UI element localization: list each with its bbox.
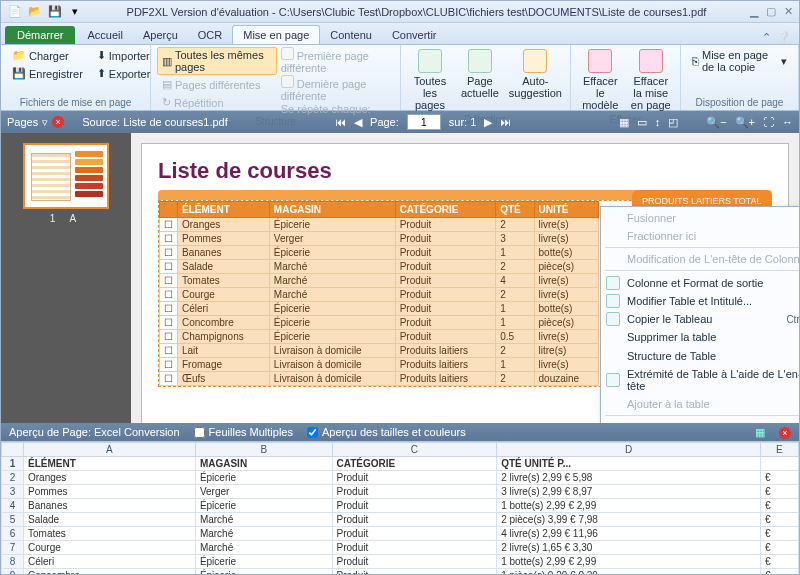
menu-item-icon	[606, 294, 620, 308]
menu-item[interactable]: Extrémité de Table à L'aide de L'en-tête	[601, 365, 799, 395]
nav-first-icon[interactable]: ⏮	[335, 116, 346, 128]
excel-row[interactable]: 8CéleriÉpicerieProduit1 botte(s) 2,99 € …	[2, 555, 799, 569]
table-row[interactable]: ☐PommesVergerProduit3livre(s)	[160, 232, 599, 246]
repete-label: Se répète chaque:	[281, 103, 394, 115]
table-row[interactable]: ☐BananesÉpicerieProduit1botte(s)	[160, 246, 599, 260]
excel-col-header[interactable]: B	[195, 443, 332, 457]
feuilles-multiples-checkbox[interactable]: Feuilles Multiples	[194, 426, 293, 438]
exporter-button[interactable]: ⬆Exporter	[92, 65, 156, 82]
folder-icon: 📁	[12, 49, 26, 62]
menu-item[interactable]: Structure de Table▸	[601, 346, 799, 365]
tool-table-icon[interactable]: ▦	[619, 116, 629, 129]
excel-row[interactable]: 3PommesVergerProduit3 livre(s) 2,99 € 8,…	[2, 485, 799, 499]
tab-file[interactable]: Démarrer	[5, 26, 75, 44]
table-header[interactable]: UNITÉ	[534, 202, 598, 218]
zoom-out-icon[interactable]: 🔍−	[706, 116, 726, 129]
nav-last-icon[interactable]: ⏭	[500, 116, 511, 128]
qat-dropdown-icon[interactable]: ▾	[67, 4, 83, 20]
effacer-modele-button[interactable]: Effacer le modèle	[577, 47, 624, 113]
page-label: Page:	[370, 116, 399, 128]
nav-prev-icon[interactable]: ◀	[354, 116, 362, 129]
repeat-icon: ↻	[162, 96, 171, 109]
table-header[interactable]: QTÉ	[496, 202, 534, 218]
menu-item[interactable]: Supprimer la table	[601, 328, 799, 346]
erase-model-icon	[588, 49, 612, 73]
filter-icon[interactable]: ▿	[42, 116, 48, 129]
table-row[interactable]: ☐CéleriÉpicerieProduit1botte(s)	[160, 302, 599, 316]
preview-excel-icon[interactable]: ▦	[755, 426, 765, 439]
excel-row[interactable]: 2OrangesÉpicerieProduit2 livre(s) 2,99 €…	[2, 471, 799, 485]
excel-col-header[interactable]: C	[332, 443, 497, 457]
tab-convertir[interactable]: Convertir	[382, 26, 447, 44]
page-input[interactable]	[407, 114, 441, 130]
excel-row[interactable]: 6TomatesMarchéProduit4 livre(s) 2,99 € 1…	[2, 527, 799, 541]
table-row[interactable]: ☐ConcombreÉpicerieProduit1pièce(s)	[160, 316, 599, 330]
pages-differentes-button[interactable]: ▤Pages différentes	[157, 76, 277, 93]
enregistrer-button[interactable]: 💾Enregistrer	[7, 65, 88, 82]
table-header[interactable]: CATÉGORIE	[395, 202, 496, 218]
tab-contenu[interactable]: Contenu	[320, 26, 382, 44]
importer-button[interactable]: ⬇Importer	[92, 47, 156, 64]
table-row[interactable]: ☐OrangesÉpicerieProduit2livre(s)	[160, 218, 599, 232]
tool-crop-icon[interactable]: ◰	[668, 116, 678, 129]
excel-col-header[interactable]: E	[760, 443, 798, 457]
nav-next-icon[interactable]: ▶	[484, 116, 492, 129]
apercu-tailles-checkbox[interactable]: Aperçu des tailles et couleurs	[307, 426, 466, 438]
tool-field-icon[interactable]: ▭	[637, 116, 647, 129]
save-icon: 💾	[12, 67, 26, 80]
tab-mise-en-page[interactable]: Mise en page	[232, 25, 320, 44]
table-header[interactable]: MAGASIN	[269, 202, 395, 218]
table-row[interactable]: ☐ChampignonsÉpicerieProduit0.5livre(s)	[160, 330, 599, 344]
help-icon[interactable]: ❔	[777, 31, 791, 44]
menu-separator	[605, 247, 799, 248]
maximize-icon[interactable]: ▢	[766, 5, 776, 18]
table-row[interactable]: ☐ŒufsLivraison à domicileProduits laitie…	[160, 372, 599, 386]
toutes-pages-button[interactable]: Toutes les pages	[407, 47, 453, 113]
page-thumbnail[interactable]	[23, 143, 109, 209]
tab-ocr[interactable]: OCR	[188, 26, 232, 44]
menu-item-icon	[606, 276, 620, 290]
menu-item[interactable]: Colonne et Format de sortie▸	[601, 273, 799, 292]
minimize-icon[interactable]: ▁	[750, 5, 758, 18]
ribbon-collapse-icon[interactable]: ⌃	[762, 31, 771, 44]
excel-row[interactable]: 5SaladeMarchéProduit2 pièce(s) 3,99 € 7,…	[2, 513, 799, 527]
page-title: Liste de courses	[158, 158, 772, 184]
excel-preview[interactable]: ABCDE1ÉLÉMENTMAGASINCATÉGORIEQTÉ UNITÉ P…	[1, 441, 799, 575]
table-header[interactable]	[160, 202, 178, 218]
excel-row[interactable]: 7CourgeMarchéProduit2 livre(s) 1,65 € 3,…	[2, 541, 799, 555]
effacer-mise-button[interactable]: Effacer la mise en page	[628, 47, 675, 113]
preview-close-icon[interactable]: ×	[779, 426, 791, 439]
qat-save-icon[interactable]: 💾	[47, 4, 63, 20]
auto-suggestion-button[interactable]: Auto-suggestion	[507, 47, 564, 101]
excel-col-header[interactable]: A	[24, 443, 196, 457]
table-header[interactable]: ÉLÉMENT	[178, 202, 270, 218]
excel-row[interactable]: 9ConcombreÉpicerieProduit1 pièce(s) 0,29…	[2, 569, 799, 576]
zoom-in-icon[interactable]: 🔍+	[735, 116, 755, 129]
repetition-button[interactable]: ↻Répétition	[157, 94, 277, 111]
zoom-width-icon[interactable]: ↔	[782, 116, 793, 128]
toutes-memes-pages-button[interactable]: ▥Toutes les mêmes pages	[157, 47, 277, 75]
tab-apercu[interactable]: Aperçu	[133, 26, 188, 44]
qat-open-icon[interactable]: 📂	[27, 4, 43, 20]
detect-current-icon	[468, 49, 492, 73]
menu-item[interactable]: Copier le TableauCtrl+C	[601, 310, 799, 328]
tab-accueil[interactable]: Accueil	[77, 26, 132, 44]
table-row[interactable]: ☐LaitLivraison à domicileProduits laitie…	[160, 344, 599, 358]
table-row[interactable]: ☐SaladeMarchéProduit2pièce(s)	[160, 260, 599, 274]
zoom-fit-icon[interactable]: ⛶	[763, 116, 774, 128]
clear-filter-icon[interactable]: ×	[52, 116, 64, 128]
page-actuelle-button[interactable]: Page actuelle	[457, 47, 503, 101]
charger-button[interactable]: 📁Charger	[7, 47, 88, 64]
canvas[interactable]: Liste de courses ÉLÉMENTMAGASINCATÉGORIE…	[131, 133, 799, 423]
table-row[interactable]: ☐CourgeMarchéProduit2livre(s)	[160, 288, 599, 302]
menu-item[interactable]: Modifier Table et Intitulé...	[601, 292, 799, 310]
menu-item[interactable]: Convertir la table	[601, 418, 799, 423]
mise-en-page-copie-button[interactable]: ⎘Mise en page de la copie▾	[687, 47, 792, 75]
excel-col-header[interactable]: D	[497, 443, 761, 457]
derniere-checkbox: Dernière page différente	[281, 75, 394, 102]
close-icon[interactable]: ✕	[784, 5, 793, 18]
table-row[interactable]: ☐FromageLivraison à domicileProduits lai…	[160, 358, 599, 372]
tool-arrow-icon[interactable]: ↕	[655, 116, 661, 128]
table-row[interactable]: ☐TomatesMarchéProduit4livre(s)	[160, 274, 599, 288]
excel-row[interactable]: 4BananesÉpicerieProduit1 botte(s) 2,99 €…	[2, 499, 799, 513]
